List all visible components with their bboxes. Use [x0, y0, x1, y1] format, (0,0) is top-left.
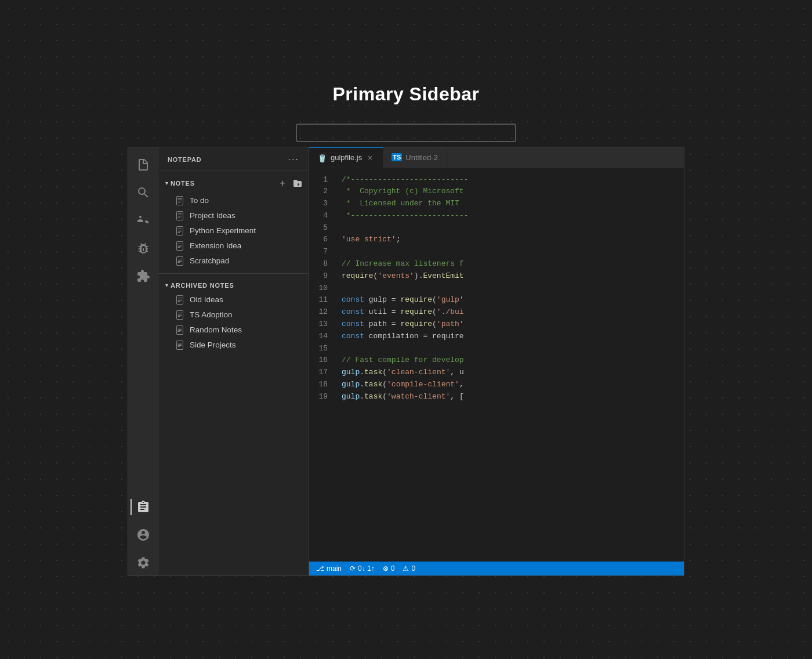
archived-note-label: Random Notes: [190, 325, 242, 334]
notes-section-header-left: ▾ NOTES: [165, 180, 195, 187]
vscode-window: NOTEPAD ··· ▾ NOTES +: [128, 147, 684, 576]
activity-icon-run-debug[interactable]: [130, 236, 156, 261]
sync-label: 0↓ 1↑: [358, 564, 375, 573]
note-item-label: Extension Idea: [190, 241, 241, 250]
list-item[interactable]: Random Notes: [158, 323, 309, 338]
tab-close-button[interactable]: ×: [365, 153, 375, 162]
code-editor: 12345 678910 1112131415 16171819 /*-----…: [309, 168, 684, 562]
sidebar-title: NOTEPAD: [168, 156, 202, 163]
notes-section-actions: +: [276, 177, 304, 190]
new-note-button[interactable]: +: [276, 177, 289, 190]
errors-status[interactable]: ⊗ 0: [383, 564, 395, 573]
editor-area: 🥤 gulpfile.js × TS Untitled-2 12345 6789…: [309, 147, 684, 575]
note-file-icon: [175, 241, 185, 251]
note-file-icon: [175, 211, 185, 220]
error-count: 0: [391, 564, 395, 573]
note-item-label: To do: [190, 196, 209, 205]
archived-notes-section: ▾ ARCHIVED NOTES Old Ideas TS Adoption: [158, 276, 309, 355]
activity-icon-extensions[interactable]: [130, 263, 156, 289]
note-file-icon: [175, 310, 185, 320]
activity-icon-source-control[interactable]: [130, 208, 156, 233]
list-item[interactable]: Old Ideas: [158, 292, 309, 307]
page-title: Primary Sidebar: [333, 84, 480, 105]
activity-icon-settings[interactable]: [130, 550, 156, 575]
activity-icon-accounts[interactable]: [130, 522, 156, 548]
archived-note-label: Old Ideas: [190, 295, 223, 304]
list-item[interactable]: Extension Idea: [158, 238, 309, 254]
warning-icon: ⚠: [403, 564, 409, 573]
sync-status[interactable]: ⟳ 0↓ 1↑: [350, 564, 375, 573]
tab-gulpfile[interactable]: 🥤 gulpfile.js ×: [309, 147, 383, 168]
note-file-icon: [175, 325, 185, 335]
list-item[interactable]: Python Experiment: [158, 223, 309, 238]
new-note-folder-button[interactable]: [291, 177, 304, 190]
sidebar-more-button[interactable]: ···: [288, 154, 299, 165]
tab-untitled-label: Untitled-2: [405, 153, 438, 162]
archived-note-label: TS Adoption: [190, 310, 233, 319]
note-file-icon: [175, 295, 185, 305]
note-item-label: Scratchpad: [190, 256, 229, 265]
git-branch-icon: ⎇: [316, 564, 324, 573]
note-file-icon: [175, 226, 185, 236]
note-file-icon: [175, 256, 185, 266]
section-divider: [158, 273, 309, 274]
gulp-icon: 🥤: [317, 153, 327, 162]
typescript-icon: TS: [392, 153, 402, 161]
note-file-icon: [175, 341, 185, 350]
sidebar-header: NOTEPAD ···: [158, 147, 309, 171]
note-item-label: Python Experiment: [190, 226, 256, 235]
archived-section-header-left: ▾ ARCHIVED NOTES: [165, 282, 234, 289]
activity-icon-search[interactable]: [130, 180, 156, 205]
warnings-status[interactable]: ⚠ 0: [403, 564, 415, 573]
tab-bar: 🥤 gulpfile.js × TS Untitled-2: [309, 147, 684, 168]
archived-section-header[interactable]: ▾ ARCHIVED NOTES: [158, 278, 309, 292]
archived-note-label: Side Projects: [190, 341, 236, 349]
list-item[interactable]: Scratchpad: [158, 254, 309, 269]
notes-section: ▾ NOTES + To do: [158, 171, 309, 271]
archived-chevron-icon: ▾: [165, 282, 168, 288]
list-item[interactable]: To do: [158, 193, 309, 208]
git-branch-status[interactable]: ⎇ main: [316, 564, 342, 573]
archived-section-title: ARCHIVED NOTES: [171, 282, 234, 289]
tab-gulpfile-label: gulpfile.js: [331, 153, 362, 162]
activity-bar: [128, 147, 158, 575]
main-container: Primary Sidebar: [0, 0, 812, 659]
list-item[interactable]: Project Ideas: [158, 208, 309, 223]
git-branch-label: main: [327, 564, 342, 573]
line-numbers: 12345 678910 1112131415 16171819: [309, 168, 339, 562]
notes-section-title: NOTES: [171, 180, 195, 187]
sync-icon: ⟳: [350, 564, 356, 573]
list-item[interactable]: Side Projects: [158, 338, 309, 353]
list-item[interactable]: TS Adoption: [158, 307, 309, 323]
tab-untitled[interactable]: TS Untitled-2: [383, 147, 447, 168]
note-file-icon: [175, 196, 185, 205]
activity-icon-explorer[interactable]: [130, 152, 156, 178]
code-content: /*-------------------------- * Copyright…: [339, 168, 684, 562]
error-icon: ⊗: [383, 564, 389, 573]
warning-count: 0: [411, 564, 415, 573]
note-item-label: Project Ideas: [190, 211, 235, 220]
notes-chevron-icon: ▾: [165, 180, 168, 186]
status-bar: ⎇ main ⟳ 0↓ 1↑ ⊗ 0 ⚠ 0: [309, 562, 684, 575]
notes-section-header[interactable]: ▾ NOTES +: [158, 173, 309, 193]
sidebar-panel: NOTEPAD ··· ▾ NOTES +: [158, 147, 309, 575]
activity-icon-notepad[interactable]: [130, 494, 156, 520]
